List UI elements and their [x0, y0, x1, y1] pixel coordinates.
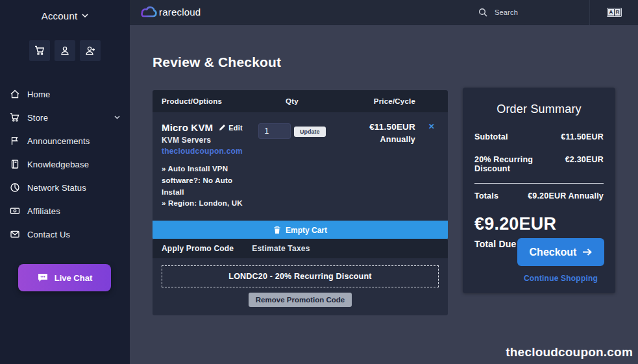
checkout-label: Checkout: [530, 247, 577, 258]
language-badge-left: A: [608, 9, 614, 16]
header-product-options: Product/Options: [153, 97, 253, 105]
brand-logo[interactable]: rarecloud: [137, 5, 201, 19]
chevron-down-icon: [114, 115, 120, 119]
sidebar-item-network-status[interactable]: Network Status: [0, 176, 130, 199]
pencil-icon: [219, 124, 226, 131]
network-status-icon: [10, 182, 20, 193]
main-content: Review & Checkout Product/Options Qty Pr…: [130, 25, 638, 364]
total-due-amount: €9.20EUR: [463, 214, 615, 234]
checkout-button[interactable]: Checkout: [517, 238, 604, 266]
item-price: €11.50EUR: [331, 122, 415, 132]
discount-row: 20% Recurring Discount €2.30EUR: [463, 155, 615, 173]
user-icon: [60, 45, 70, 56]
search-placeholder: Search: [495, 8, 518, 16]
totals-row: Totals €9.20EUR Annually: [463, 191, 615, 200]
language-badge-right: R: [615, 9, 620, 16]
sidebar-item-label: Store: [27, 113, 48, 123]
cart-item-row: Micro KVM Edit KVM Servers thecloudcoupo…: [153, 112, 448, 221]
chevron-down-icon: [82, 14, 88, 18]
brand-name: rarecloud: [159, 6, 201, 18]
user-plus-icon: [85, 45, 96, 56]
sidebar-item-label: Announcements: [27, 136, 90, 146]
live-chat-button[interactable]: Live Chat: [18, 264, 111, 291]
product-domain-link[interactable]: thecloudcoupon.com: [162, 147, 253, 156]
sidebar-item-contact-us[interactable]: Contact Us: [0, 223, 130, 246]
sidebar-item-store[interactable]: Store: [0, 106, 130, 129]
sidebar-item-label: Contact Us: [27, 230, 70, 239]
book-icon: [10, 159, 20, 169]
account-menu[interactable]: Account: [0, 0, 130, 21]
sidebar-item-label: Affiliates: [27, 206, 60, 216]
remove-item-button[interactable]: ✕: [415, 122, 448, 210]
edit-label: Edit: [228, 124, 243, 132]
sidebar-item-label: Knowledgebase: [27, 160, 89, 169]
money-icon: [10, 206, 20, 216]
search-icon: [478, 8, 487, 17]
account-label: Account: [42, 10, 78, 21]
live-chat-label: Live Chat: [55, 273, 93, 283]
trash-icon: [273, 226, 281, 234]
home-icon: [10, 89, 20, 99]
discount-label: 20% Recurring Discount: [474, 155, 565, 173]
discount-value: €2.30EUR: [565, 155, 604, 173]
cloud-logo-icon: [137, 5, 158, 19]
cart-table-header: Product/Options Qty Price/Cycle: [153, 90, 448, 112]
cart-table: Product/Options Qty Price/Cycle Micro KV…: [153, 90, 448, 239]
product-group: KVM Servers: [162, 136, 253, 145]
empty-cart-button[interactable]: Empty Cart: [153, 221, 448, 239]
totals-label: Totals: [474, 191, 498, 200]
store-cart-icon: [10, 112, 20, 123]
register-button[interactable]: [80, 40, 101, 61]
sidebar-item-home[interactable]: Home: [0, 82, 130, 106]
header-qty: Qty: [253, 97, 331, 105]
promo-card: Apply Promo Code Estimate Taxes LONDC20 …: [153, 239, 448, 315]
watermark: thecloudcoupon.com: [506, 345, 633, 359]
arrow-right-icon: [582, 248, 592, 256]
sidebar-item-knowledgebase[interactable]: Knowledgebase: [0, 152, 130, 176]
continue-shopping-link[interactable]: Continue Shopping: [517, 274, 604, 283]
edit-item-button[interactable]: Edit: [219, 124, 243, 132]
topbar: rarecloud Search A R: [130, 0, 638, 25]
view-cart-button[interactable]: [29, 40, 50, 61]
sidebar-nav: Home Store Announcements: [0, 82, 130, 246]
header-price-cycle: Price/Cycle: [331, 97, 415, 105]
summary-divider: [474, 183, 604, 184]
order-summary: Order Summary Subtotal €11.50EUR 20% Rec…: [463, 88, 615, 293]
order-summary-title: Order Summary: [463, 88, 615, 116]
product-option: » Region: London, UK: [162, 198, 253, 210]
sidebar-item-affiliates[interactable]: Affiliates: [0, 199, 130, 223]
search-input[interactable]: Search: [478, 8, 518, 17]
subtotal-value: €11.50EUR: [561, 132, 604, 141]
account-shortcuts: [0, 40, 130, 61]
product-option: » Auto Install VPN software?: No Auto In…: [162, 164, 253, 198]
sidebar-item-label: Network Status: [27, 183, 86, 193]
cart-icon: [34, 45, 45, 56]
chat-bubble-icon: [37, 273, 49, 283]
page-title: Review & Checkout: [153, 55, 281, 70]
remove-promo-button[interactable]: Remove Promotion Code: [249, 293, 352, 307]
envelope-icon: [10, 229, 20, 239]
promo-card-header: Apply Promo Code Estimate Taxes: [153, 239, 448, 258]
update-quantity-button[interactable]: Update: [294, 127, 326, 137]
tab-apply-promo-code[interactable]: Apply Promo Code: [162, 244, 234, 253]
applied-promo-code: LONDC20 - 20% Recurring Discount: [162, 265, 439, 287]
language-switcher[interactable]: A R: [607, 8, 622, 17]
login-button[interactable]: [55, 40, 75, 61]
item-cycle: Annually: [331, 135, 415, 144]
sidebar-item-announcements[interactable]: Announcements: [0, 129, 130, 152]
tab-estimate-taxes[interactable]: Estimate Taxes: [252, 244, 310, 253]
product-name: Micro KVM: [162, 122, 213, 133]
sidebar-item-label: Home: [27, 90, 50, 99]
sidebar: Account: [0, 0, 130, 364]
totals-value: €9.20EUR Annually: [528, 191, 604, 200]
subtotal-label: Subtotal: [474, 132, 508, 141]
quantity-input[interactable]: [258, 123, 291, 139]
topbar-divider: [589, 0, 590, 25]
empty-cart-label: Empty Cart: [286, 226, 327, 235]
flag-icon: [10, 136, 20, 146]
subtotal-row: Subtotal €11.50EUR: [463, 132, 615, 141]
